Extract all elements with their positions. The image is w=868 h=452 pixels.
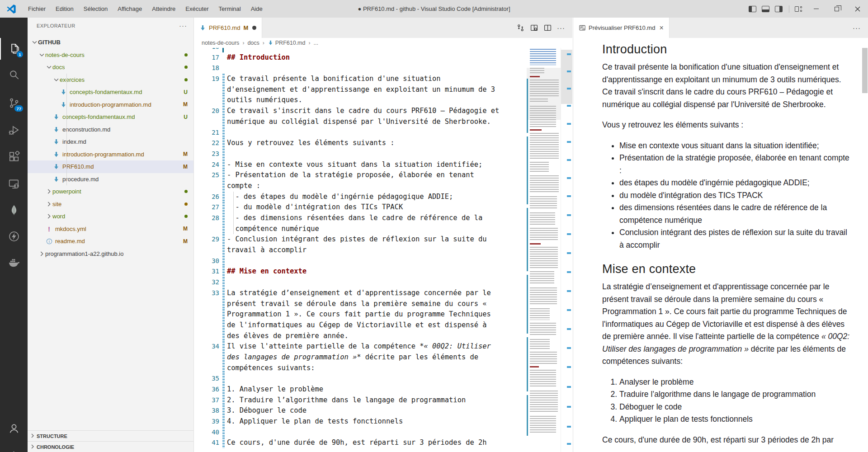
menu-3[interactable]: Sélection (79, 0, 113, 18)
editor-line-28[interactable]: 28 - des dimensions résentées dans le ca… (194, 213, 527, 224)
minimap[interactable] (527, 48, 561, 452)
tree-folder-notes-de-cours[interactable]: notes-de-cours (28, 49, 193, 61)
activity-accounts-icon[interactable] (0, 418, 28, 439)
editor-content[interactable]: 1617## Introduction1819Ce travail présen… (194, 48, 572, 452)
tree-folder-programmation1-a22.github.io[interactable]: programmation1-a22.github.io (28, 248, 193, 260)
toggle-sidebar-icon[interactable] (749, 6, 756, 12)
activity-remote-explorer-icon[interactable] (0, 173, 28, 195)
editor-line-wrap[interactable]: numérique au collégial dispensé par l'Un… (194, 117, 527, 127)
tree-file-introduction-programmation.md[interactable]: introduction-programmation.mdM (28, 148, 193, 161)
editor-line-32[interactable]: 32 (194, 277, 527, 288)
editor-line-wrap[interactable]: compétence numérique (194, 224, 527, 235)
editor-line-29[interactable]: 29- Conclusion intégrant des pistes de r… (194, 234, 527, 245)
tree-folder-word[interactable]: word (28, 210, 193, 223)
tree-folder-docs[interactable]: docs (28, 61, 193, 74)
toggle-panel-icon[interactable] (762, 6, 769, 12)
editor-line-wrap[interactable]: travail à accomplir (194, 245, 527, 256)
explorer-more-actions-icon[interactable]: ··· (179, 22, 187, 29)
close-button[interactable] (847, 0, 868, 18)
editor-line-38[interactable]: 383. Déboguer le code (194, 405, 527, 416)
tree-folder-exercices[interactable]: exercices (28, 74, 193, 86)
activity-settings-icon[interactable]: ⚙ (0, 445, 28, 452)
timeline-panel-header[interactable]: CHRONOLOGIE (28, 441, 193, 452)
breadcrumb-item-1[interactable]: notes-de-cours (202, 40, 239, 46)
editor-line-wrap[interactable]: compte : (194, 181, 527, 192)
activity-thunder-client-icon[interactable] (0, 226, 28, 247)
editor-line-18[interactable]: 18 (194, 63, 527, 74)
menu-2[interactable]: Edition (51, 0, 79, 18)
editor-line-30[interactable]: 30 (194, 256, 527, 267)
editor-line-25[interactable]: 25- Présentation de la stratégie proposé… (194, 170, 527, 181)
editor-line-31[interactable]: 31## Mise en contexte (194, 266, 527, 277)
tree-file-concepts-fondamentaux.md[interactable]: concepts-fondamentaux.mdU (28, 111, 193, 123)
toggle-secondary-sidebar-icon[interactable] (775, 6, 783, 12)
tree-folder-site[interactable]: site (28, 198, 193, 211)
more-actions-icon[interactable]: ··· (554, 21, 568, 35)
customize-layout-icon[interactable] (795, 6, 802, 12)
editor-line-24[interactable]: 24- Mise en contexte vous situant dans l… (194, 160, 527, 170)
preview-scrollbar-thumb[interactable] (862, 48, 868, 93)
activity-source-control-icon[interactable]: 77 (0, 92, 28, 114)
tab-prf610[interactable]: PRF610.md M (194, 18, 262, 38)
open-changes-icon[interactable] (514, 21, 527, 35)
editor-line-26[interactable]: 26 - des étapes du modèle d'ingérnie péd… (194, 192, 527, 202)
editor-line-41[interactable]: 41Ce cours, d'une durée de 90h, est répa… (194, 438, 527, 448)
editor-line-40[interactable]: 40 (194, 427, 527, 438)
activity-explorer-icon[interactable]: 1 (0, 38, 28, 60)
editor-line-wrap[interactable]: de l'informatiques au Cégep de Victoriav… (194, 320, 527, 331)
editor-line-wrap[interactable]: des élèves de première année. (194, 331, 527, 342)
tree-file-procedure.md[interactable]: procedure.md (28, 173, 193, 186)
preview-scrollbar[interactable] (862, 38, 868, 452)
editor-line-27[interactable]: 27 - du modèle d'intégration des TICs TP… (194, 202, 527, 213)
editor-line-20[interactable]: 20Ce travail s'inscrit dans le cadre du … (194, 106, 527, 117)
tree-file-introduction-programmation.md[interactable]: introduction-programmation.mdM (28, 99, 193, 111)
editor-line-39[interactable]: 394. Appliquer le plan de tests fonction… (194, 416, 527, 427)
editor-line-35[interactable]: 35 (194, 373, 527, 384)
tab-preview[interactable]: Prévisualiser PRF610.md × (573, 18, 670, 38)
breadcrumb-item-3[interactable]: PRF610.md (275, 40, 306, 46)
editor-line-23[interactable]: 23 (194, 149, 527, 160)
editor-scrollbar-thumb[interactable] (561, 50, 572, 104)
menu-1[interactable]: Fichier (23, 0, 51, 18)
editor-line-17[interactable]: 17## Introduction (194, 52, 527, 63)
editor-line-wrap[interactable]: d'enseignement et d'apprentissange en ex… (194, 85, 527, 95)
editor-line-wrap[interactable]: compétences suivants: (194, 363, 527, 374)
editor-line-wrap[interactable]: présent travail se déroule dans la premi… (194, 299, 527, 310)
dirty-indicator-icon[interactable] (252, 26, 256, 30)
activity-run-debug-icon[interactable] (0, 119, 28, 141)
preview-more-actions-icon[interactable]: ··· (850, 21, 863, 35)
tree-file-mkdocs.yml[interactable]: !mkdocs.ymlM (28, 223, 193, 235)
menu-8[interactable]: Aide (246, 0, 268, 18)
split-editor-icon[interactable] (541, 21, 554, 35)
tree-file-index.md[interactable]: index.md (28, 136, 193, 148)
editor-line-33[interactable]: 33La stratégie d’enseignement et d'appre… (194, 288, 527, 299)
editor-scrollbar[interactable] (561, 48, 572, 452)
tree-file-prf610.md[interactable]: PRF610.mdM (28, 160, 193, 173)
menu-4[interactable]: Affichage (113, 0, 147, 18)
minimize-button[interactable] (806, 0, 826, 18)
editor-line-wrap[interactable]: outils numériques. (194, 95, 527, 106)
restore-button[interactable] (826, 0, 847, 18)
editor-line-19[interactable]: 19Ce travail présente la bonification d'… (194, 74, 527, 85)
editor-line-34[interactable]: 34Il vise l'atteinte partielle de la com… (194, 341, 527, 352)
editor-line-36[interactable]: 361. Analyser le problème (194, 384, 527, 395)
tree-folder-powerpoint[interactable]: powerpoint (28, 185, 193, 198)
activity-extensions-icon[interactable] (0, 146, 28, 168)
menu-5[interactable]: Atteindre (147, 0, 180, 18)
activity-search-icon[interactable] (0, 64, 28, 85)
editor-line-21[interactable]: 21 (194, 127, 527, 138)
tree-file-enconstruction.md[interactable]: enconstruction.md (28, 123, 193, 136)
menu-6[interactable]: Exécuter (180, 0, 213, 18)
editor-line-wrap[interactable]: Programmation 1 ». Ce cours fait partie … (194, 309, 527, 320)
editor-line-16[interactable]: 16 (194, 48, 527, 52)
breadcrumb-item-4[interactable]: ... (313, 40, 318, 46)
open-preview-to-side-icon[interactable] (527, 21, 541, 35)
tree-file-concepts-fondamentaux.md[interactable]: concepts-fondamentaux.mdU (28, 86, 193, 99)
tree-file-readme.md[interactable]: readme.mdM (28, 235, 193, 248)
menu-7[interactable]: Terminal (214, 0, 246, 18)
editor-line-22[interactable]: 22Vous y retrouvez les éléments suivants… (194, 138, 527, 149)
editor-line-wrap[interactable]: des langages de programmation »* décrite… (194, 352, 527, 363)
activity-mongodb-icon[interactable] (0, 199, 28, 221)
outline-panel-header[interactable]: STRUCTURE (28, 430, 193, 441)
close-tab-icon[interactable]: × (659, 24, 663, 32)
